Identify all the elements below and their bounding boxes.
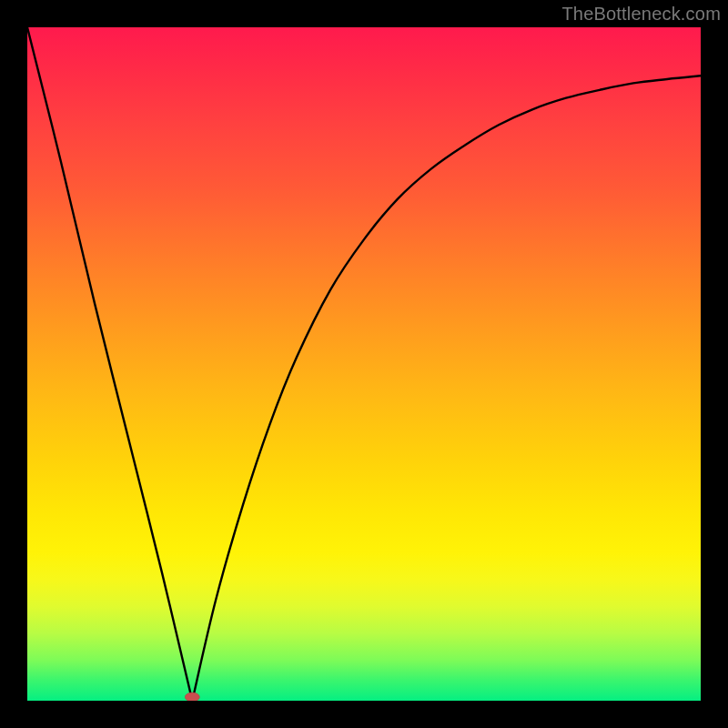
watermark-text: TheBottleneck.com <box>561 4 721 25</box>
curve-group <box>27 27 701 701</box>
bottleneck-curve <box>27 27 701 701</box>
plot-area <box>27 27 701 701</box>
chart-frame: TheBottleneck.com <box>0 0 728 728</box>
minimum-marker <box>185 693 199 701</box>
chart-svg <box>27 27 701 701</box>
